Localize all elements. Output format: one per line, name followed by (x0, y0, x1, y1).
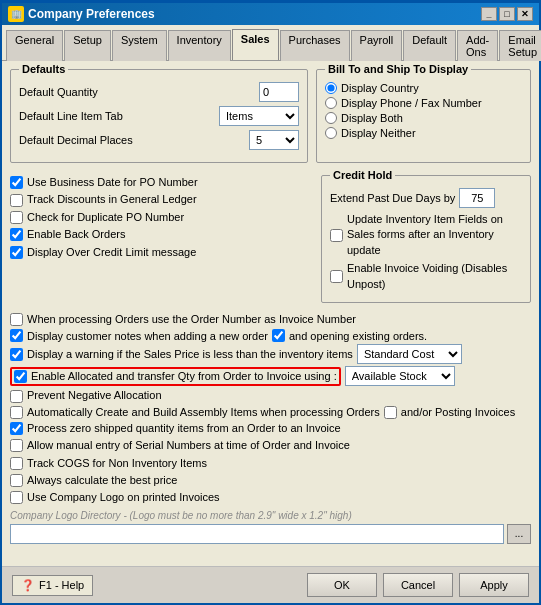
radio-display-phone[interactable] (325, 97, 337, 109)
browse-button[interactable]: ... (507, 524, 531, 544)
allocated-row: Enable Allocated and transfer Qty from O… (10, 366, 531, 386)
cb-posting-invoices-label: and/or Posting Invoices (401, 406, 515, 418)
cb-update-inventory-fields[interactable] (330, 229, 343, 242)
radio-display-neither-label: Display Neither (341, 127, 416, 139)
cb-process-zero-label: Process zero shipped quantity items from… (27, 421, 341, 436)
cb-display-customer-notes-row: Display customer notes when adding a new… (10, 329, 531, 342)
allocated-label: Enable Allocated and transfer Qty from O… (31, 370, 337, 382)
cb-order-number-row: When processing Orders use the Order Num… (10, 312, 531, 327)
tab-setup[interactable]: Setup (64, 30, 111, 61)
cb-order-number[interactable] (10, 313, 23, 326)
cb-company-logo-label: Use Company Logo on printed Invoices (27, 490, 220, 505)
cb-prevent-negative-row: Prevent Negative Allocation (10, 388, 531, 403)
extend-days-input[interactable] (459, 188, 495, 208)
tab-general[interactable]: General (6, 30, 63, 61)
radio-display-both[interactable] (325, 112, 337, 124)
allocated-select[interactable]: Available Stock On Hand Committed (345, 366, 455, 386)
logo-section: Company Logo Directory - (Logo must be n… (10, 510, 531, 544)
default-decimal-places-label: Default Decimal Places (19, 134, 133, 146)
cb-enable-back-orders-label: Enable Back Orders (27, 227, 125, 242)
logo-dir-input[interactable] (10, 524, 504, 544)
cancel-button[interactable]: Cancel (383, 573, 453, 597)
cb-best-price-row: Always calculate the best price (10, 473, 531, 488)
left-checkboxes: Use Business Date for PO Number Track Di… (10, 175, 313, 262)
title-bar: 🏢 Company Preferences _ □ ✕ (2, 3, 539, 25)
action-buttons: OK Cancel Apply (307, 573, 529, 597)
apply-button[interactable]: Apply (459, 573, 529, 597)
window-icon: 🏢 (8, 6, 24, 22)
cb-posting-invoices[interactable] (384, 406, 397, 419)
cb-use-business-date-label: Use Business Date for PO Number (27, 175, 198, 190)
help-icon: ❓ (21, 579, 35, 592)
title-controls: _ □ ✕ (481, 7, 533, 21)
tab-sales[interactable]: Sales (232, 29, 279, 60)
cb-order-number-label: When processing Orders use the Order Num… (27, 312, 356, 327)
cb-process-zero[interactable] (10, 422, 23, 435)
cb-allocated[interactable] (14, 370, 27, 383)
radio-display-neither[interactable] (325, 127, 337, 139)
cb-enable-back-orders[interactable] (10, 228, 23, 241)
warning-row: Display a warning if the Sales Price is … (10, 344, 531, 364)
cb-serial-numbers[interactable] (10, 439, 23, 452)
cb-display-over-credit[interactable] (10, 246, 23, 259)
cb-display-customer-notes-label: Display customer notes when adding a new… (27, 330, 268, 342)
warning-label: Display a warning if the Sales Price is … (27, 348, 353, 360)
cb-prevent-negative[interactable] (10, 390, 23, 403)
cb-prevent-negative-label: Prevent Negative Allocation (27, 388, 162, 403)
cb-check-duplicate[interactable] (10, 211, 23, 224)
cb-track-cogs[interactable] (10, 457, 23, 470)
close-button[interactable]: ✕ (517, 7, 533, 21)
cb-enable-invoice-voiding[interactable] (330, 270, 343, 283)
cb-serial-numbers-label: Allow manual entry of Serial Numbers at … (27, 438, 350, 453)
cb-use-business-date[interactable] (10, 176, 23, 189)
cb-process-zero-row: Process zero shipped quantity items from… (10, 421, 531, 436)
cb-track-discounts[interactable] (10, 194, 23, 207)
tab-addons[interactable]: Add-Ons (457, 30, 498, 61)
default-line-item-tab-label: Default Line Item Tab (19, 110, 123, 122)
defaults-group: Defaults Default Quantity Default Line I… (10, 69, 308, 163)
tab-inventory[interactable]: Inventory (168, 30, 231, 61)
cb-enable-voiding-label: Enable Invoice Voiding (Disables Unpost) (347, 261, 522, 292)
title-bar-left: 🏢 Company Preferences (8, 6, 155, 22)
credit-hold-title: Credit Hold (330, 169, 395, 181)
minimize-button[interactable]: _ (481, 7, 497, 21)
default-quantity-input[interactable] (259, 82, 299, 102)
default-decimal-places-select[interactable]: 5 (249, 130, 299, 150)
extend-label: Extend Past Due Days by (330, 192, 455, 204)
maximize-button[interactable]: □ (499, 7, 515, 21)
window-title: Company Preferences (28, 7, 155, 21)
radio-display-country[interactable] (325, 82, 337, 94)
ok-button[interactable]: OK (307, 573, 377, 597)
cb-serial-numbers-row: Allow manual entry of Serial Numbers at … (10, 438, 531, 453)
cb-opening-existing[interactable] (272, 329, 285, 342)
tab-purchases[interactable]: Purchases (280, 30, 350, 61)
tab-default[interactable]: Default (403, 30, 456, 61)
tab-system[interactable]: System (112, 30, 167, 61)
warning-select[interactable]: Standard Cost Average Cost Last Cost (357, 344, 462, 364)
content-area: Defaults Default Quantity Default Line I… (2, 60, 539, 566)
default-quantity-label: Default Quantity (19, 86, 98, 98)
cb-best-price[interactable] (10, 474, 23, 487)
cb-update-inventory-label: Update Inventory Item Fields on Sales fo… (347, 212, 522, 258)
tab-email-setup[interactable]: Email Setup (499, 30, 541, 61)
defaults-group-title: Defaults (19, 63, 68, 75)
tab-payroll[interactable]: Payroll (351, 30, 403, 61)
cb-auto-create-label: Automatically Create and Build Assembly … (27, 406, 380, 418)
cb-company-logo[interactable] (10, 491, 23, 504)
default-line-item-tab-select[interactable]: Items (219, 106, 299, 126)
cb-track-cogs-label: Track COGS for Non Inventory Items (27, 456, 207, 471)
cb-company-logo-row: Use Company Logo on printed Invoices (10, 490, 531, 505)
cb-best-price-label: Always calculate the best price (27, 473, 177, 488)
help-label: F1 - Help (39, 579, 84, 591)
allocated-highlight: Enable Allocated and transfer Qty from O… (10, 367, 341, 386)
cb-auto-create[interactable] (10, 406, 23, 419)
bottom-bar: ❓ F1 - Help OK Cancel Apply (2, 566, 539, 603)
cb-track-cogs-row: Track COGS for Non Inventory Items (10, 456, 531, 471)
cb-warning-sales-price[interactable] (10, 348, 23, 361)
cb-display-customer-notes[interactable] (10, 329, 23, 342)
cb-auto-create-row: Automatically Create and Build Assembly … (10, 406, 531, 419)
help-button[interactable]: ❓ F1 - Help (12, 575, 93, 596)
radio-display-both-label: Display Both (341, 112, 403, 124)
bill-ship-group-title: Bill To and Ship To Display (325, 63, 471, 75)
radio-display-phone-label: Display Phone / Fax Number (341, 97, 482, 109)
